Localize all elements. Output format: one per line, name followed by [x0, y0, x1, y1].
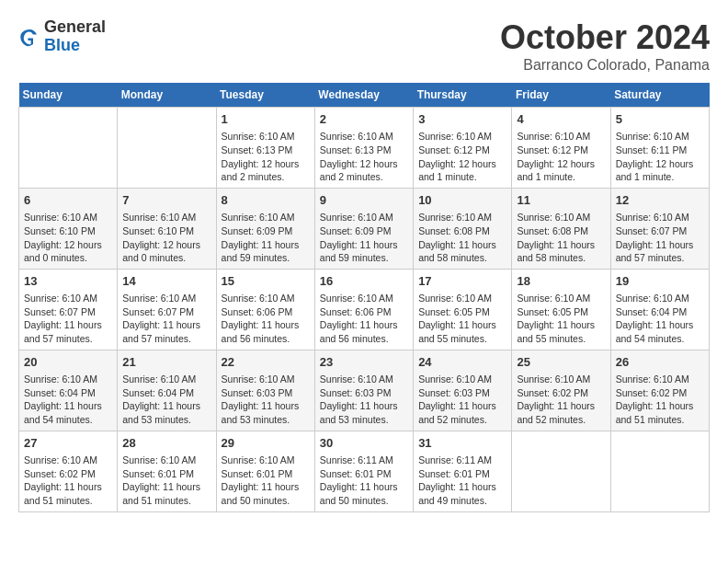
day-number: 24 — [418, 354, 506, 371]
day-cell: 28Sunrise: 6:10 AMSunset: 6:01 PMDayligh… — [118, 431, 216, 511]
day-number: 9 — [320, 192, 408, 209]
page-header: General Blue October 2024 Barranco Color… — [18, 18, 710, 74]
day-number: 17 — [418, 273, 506, 290]
header-wednesday: Wednesday — [314, 83, 413, 108]
day-cell: 6Sunrise: 6:10 AMSunset: 6:10 PMDaylight… — [19, 188, 118, 269]
day-number: 19 — [616, 273, 704, 290]
header-tuesday: Tuesday — [216, 83, 314, 108]
day-number: 18 — [517, 273, 605, 290]
logo-blue: Blue — [44, 37, 106, 55]
day-info: Sunrise: 6:10 AMSunset: 6:12 PMDaylight:… — [418, 130, 506, 184]
day-cell: 26Sunrise: 6:10 AMSunset: 6:02 PMDayligh… — [610, 350, 709, 431]
header-thursday: Thursday — [414, 83, 512, 108]
day-cell: 24Sunrise: 6:10 AMSunset: 6:03 PMDayligh… — [414, 350, 512, 431]
day-number: 10 — [418, 192, 506, 209]
day-cell: 12Sunrise: 6:10 AMSunset: 6:07 PMDayligh… — [610, 188, 709, 269]
day-info: Sunrise: 6:10 AMSunset: 6:03 PMDaylight:… — [320, 373, 408, 427]
day-number: 4 — [517, 111, 605, 128]
day-cell: 4Sunrise: 6:10 AMSunset: 6:12 PMDaylight… — [512, 108, 610, 189]
logo: General Blue — [18, 18, 106, 55]
day-cell — [118, 108, 216, 189]
day-number: 26 — [616, 354, 704, 371]
day-cell: 21Sunrise: 6:10 AMSunset: 6:04 PMDayligh… — [118, 350, 216, 431]
day-cell: 31Sunrise: 6:11 AMSunset: 6:01 PMDayligh… — [414, 431, 512, 511]
day-number: 21 — [122, 354, 210, 371]
day-info: Sunrise: 6:10 AMSunset: 6:03 PMDaylight:… — [418, 373, 506, 427]
day-number: 27 — [24, 435, 112, 452]
logo-text: General Blue — [44, 18, 106, 55]
day-cell: 19Sunrise: 6:10 AMSunset: 6:04 PMDayligh… — [610, 269, 709, 350]
day-cell: 25Sunrise: 6:10 AMSunset: 6:02 PMDayligh… — [512, 350, 610, 431]
day-info: Sunrise: 6:10 AMSunset: 6:01 PMDaylight:… — [122, 454, 210, 508]
header-monday: Monday — [118, 83, 216, 108]
day-cell — [610, 431, 709, 511]
day-number: 28 — [122, 435, 210, 452]
day-info: Sunrise: 6:10 AMSunset: 6:05 PMDaylight:… — [517, 292, 605, 346]
day-cell: 18Sunrise: 6:10 AMSunset: 6:05 PMDayligh… — [512, 269, 610, 350]
day-number: 13 — [24, 273, 112, 290]
day-info: Sunrise: 6:10 AMSunset: 6:04 PMDaylight:… — [122, 373, 210, 427]
day-cell: 11Sunrise: 6:10 AMSunset: 6:08 PMDayligh… — [512, 188, 610, 269]
week-row-1: 1Sunrise: 6:10 AMSunset: 6:13 PMDaylight… — [19, 108, 710, 189]
day-cell: 29Sunrise: 6:10 AMSunset: 6:01 PMDayligh… — [216, 431, 314, 511]
day-cell: 9Sunrise: 6:10 AMSunset: 6:09 PMDaylight… — [314, 188, 413, 269]
title-block: October 2024 Barranco Colorado, Panama — [500, 18, 710, 74]
day-cell: 27Sunrise: 6:10 AMSunset: 6:02 PMDayligh… — [19, 431, 118, 511]
day-number: 25 — [517, 354, 605, 371]
day-number: 20 — [24, 354, 112, 371]
header-saturday: Saturday — [610, 83, 709, 108]
day-number: 11 — [517, 192, 605, 209]
day-info: Sunrise: 6:11 AMSunset: 6:01 PMDaylight:… — [418, 454, 506, 508]
day-cell: 30Sunrise: 6:11 AMSunset: 6:01 PMDayligh… — [314, 431, 413, 511]
day-cell: 13Sunrise: 6:10 AMSunset: 6:07 PMDayligh… — [19, 269, 118, 350]
day-info: Sunrise: 6:10 AMSunset: 6:02 PMDaylight:… — [616, 373, 704, 427]
day-number: 15 — [222, 273, 310, 290]
day-number: 16 — [320, 273, 408, 290]
day-info: Sunrise: 6:10 AMSunset: 6:09 PMDaylight:… — [222, 211, 310, 265]
week-row-2: 6Sunrise: 6:10 AMSunset: 6:10 PMDaylight… — [19, 188, 710, 269]
day-number: 2 — [320, 111, 408, 128]
day-info: Sunrise: 6:10 AMSunset: 6:03 PMDaylight:… — [222, 373, 310, 427]
day-cell: 3Sunrise: 6:10 AMSunset: 6:12 PMDaylight… — [414, 108, 512, 189]
day-number: 8 — [222, 192, 310, 209]
day-cell: 2Sunrise: 6:10 AMSunset: 6:13 PMDaylight… — [314, 108, 413, 189]
week-row-5: 27Sunrise: 6:10 AMSunset: 6:02 PMDayligh… — [19, 431, 710, 511]
day-info: Sunrise: 6:10 AMSunset: 6:13 PMDaylight:… — [222, 130, 310, 184]
day-number: 30 — [320, 435, 408, 452]
day-info: Sunrise: 6:10 AMSunset: 6:05 PMDaylight:… — [418, 292, 506, 346]
day-number: 29 — [222, 435, 310, 452]
day-info: Sunrise: 6:10 AMSunset: 6:12 PMDaylight:… — [517, 130, 605, 184]
day-number: 1 — [222, 111, 310, 128]
header-row: SundayMondayTuesdayWednesdayThursdayFrid… — [19, 83, 710, 108]
day-number: 14 — [122, 273, 210, 290]
day-cell — [512, 431, 610, 511]
day-number: 5 — [616, 111, 704, 128]
day-cell: 15Sunrise: 6:10 AMSunset: 6:06 PMDayligh… — [216, 269, 314, 350]
week-row-4: 20Sunrise: 6:10 AMSunset: 6:04 PMDayligh… — [19, 350, 710, 431]
day-info: Sunrise: 6:10 AMSunset: 6:01 PMDaylight:… — [222, 454, 310, 508]
week-row-3: 13Sunrise: 6:10 AMSunset: 6:07 PMDayligh… — [19, 269, 710, 350]
day-cell: 8Sunrise: 6:10 AMSunset: 6:09 PMDaylight… — [216, 188, 314, 269]
day-cell: 16Sunrise: 6:10 AMSunset: 6:06 PMDayligh… — [314, 269, 413, 350]
day-info: Sunrise: 6:11 AMSunset: 6:01 PMDaylight:… — [320, 454, 408, 508]
day-info: Sunrise: 6:10 AMSunset: 6:08 PMDaylight:… — [517, 211, 605, 265]
day-info: Sunrise: 6:10 AMSunset: 6:02 PMDaylight:… — [24, 454, 112, 508]
day-info: Sunrise: 6:10 AMSunset: 6:10 PMDaylight:… — [122, 211, 210, 265]
day-number: 3 — [418, 111, 506, 128]
day-cell: 22Sunrise: 6:10 AMSunset: 6:03 PMDayligh… — [216, 350, 314, 431]
day-cell: 14Sunrise: 6:10 AMSunset: 6:07 PMDayligh… — [118, 269, 216, 350]
day-cell: 23Sunrise: 6:10 AMSunset: 6:03 PMDayligh… — [314, 350, 413, 431]
day-number: 7 — [122, 192, 210, 209]
day-info: Sunrise: 6:10 AMSunset: 6:13 PMDaylight:… — [320, 130, 408, 184]
day-number: 22 — [222, 354, 310, 371]
day-number: 6 — [24, 192, 112, 209]
day-cell: 10Sunrise: 6:10 AMSunset: 6:08 PMDayligh… — [414, 188, 512, 269]
day-cell: 17Sunrise: 6:10 AMSunset: 6:05 PMDayligh… — [414, 269, 512, 350]
header-friday: Friday — [512, 83, 610, 108]
calendar-body: 1Sunrise: 6:10 AMSunset: 6:13 PMDaylight… — [19, 108, 710, 512]
day-cell: 5Sunrise: 6:10 AMSunset: 6:11 PMDaylight… — [610, 108, 709, 189]
day-info: Sunrise: 6:10 AMSunset: 6:07 PMDaylight:… — [122, 292, 210, 346]
day-info: Sunrise: 6:10 AMSunset: 6:06 PMDaylight:… — [320, 292, 408, 346]
month-title: October 2024 — [500, 18, 710, 57]
day-info: Sunrise: 6:10 AMSunset: 6:04 PMDaylight:… — [616, 292, 704, 346]
